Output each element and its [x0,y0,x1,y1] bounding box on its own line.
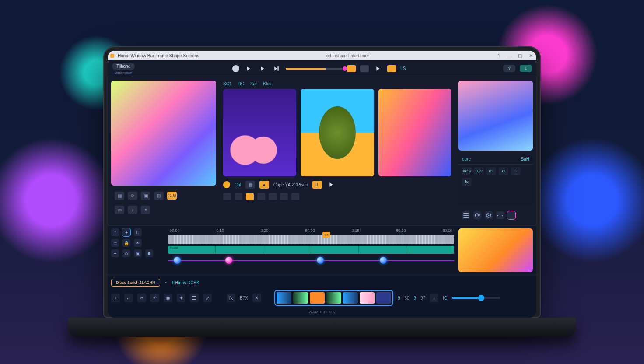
insp-btn[interactable]: fo [462,178,472,186]
timeline-preview-thumb[interactable] [458,228,533,272]
mini-tool-icon[interactable] [269,193,276,200]
mini-tool-icon[interactable] [280,193,288,200]
add-button[interactable]: + [111,294,120,302]
color-orb-icon[interactable] [223,181,230,188]
align-icon[interactable]: ☰ [190,294,199,302]
magnet-icon[interactable]: U [134,228,142,236]
sidebar-audio-icon[interactable]: ♪ [128,206,137,214]
menu-bar[interactable]: Home Window Bar Frame Shape Screens [118,53,199,58]
snap-icon[interactable]: ✦ [122,228,130,236]
playhead-marker[interactable]: I:6 [322,232,330,238]
expand-icon[interactable]: ⤢ [203,294,212,302]
accent-square-icon[interactable] [508,211,515,219]
sidebar-tile-icon[interactable]: ⊞ [154,192,164,200]
refresh-icon[interactable]: ⟳ [473,211,481,219]
keyframe-track[interactable] [168,256,454,265]
flag-icon[interactable] [387,65,396,72]
video-track[interactable]: Initial [168,246,454,254]
zoom-slider[interactable] [452,297,500,299]
keyframe[interactable] [380,257,387,264]
undo-icon[interactable]: ↶ [150,294,159,302]
media-thumb[interactable] [223,89,296,176]
sidebar-cu-chip[interactable]: CU# [167,192,177,200]
source-label[interactable]: EHinns DCBK [172,280,200,285]
media-thumb[interactable] [301,89,374,176]
trim-icon[interactable]: ⌐ [124,294,133,302]
track-lock-icon[interactable]: 🔒 [122,239,130,247]
keyframe[interactable] [225,257,232,264]
clip[interactable] [406,246,454,254]
filter-item[interactable]: Kar [250,81,257,86]
mini-tool-icon[interactable] [291,193,299,200]
filter-item[interactable]: SC1 [223,81,231,86]
track-fx-icon[interactable]: ✦ [111,249,119,257]
insp-btn[interactable]: 03 [486,167,496,175]
inspector-preview[interactable] [458,80,533,150]
tab-tilbane[interactable]: Tilbane [112,63,135,70]
track-kf-icon[interactable]: ◇ [122,249,130,257]
source-chip[interactable]: Ditrce Sorich:3LACHN [111,279,160,287]
inspector-tab[interactable]: SaH [521,157,529,161]
share-button[interactable]: ⇪ [503,65,515,72]
play-prev-button[interactable] [244,64,253,74]
sidebar-refresh-icon[interactable]: ⟳ [128,192,137,200]
slider-knob[interactable] [478,295,484,301]
clip-filmstrip[interactable] [274,290,393,306]
close-x-icon[interactable]: ✕ [252,294,261,302]
clip[interactable] [263,246,311,254]
snapshot-icon[interactable] [360,65,369,72]
mini-tool-icon[interactable] [223,193,231,200]
insp-btn[interactable]: 03C [474,167,484,175]
insp-btn[interactable]: KCS [462,167,472,175]
close-button[interactable]: ✕ [528,53,534,59]
tool-icon[interactable]: ▦ [245,181,255,189]
insp-btn[interactable]: ↺ [499,167,508,175]
track-eye-icon[interactable]: 👁 [134,239,142,247]
media-thumb[interactable] [378,89,452,176]
collapse-icon[interactable]: ˄ [111,228,119,236]
tool-badge[interactable]: IL [312,181,322,189]
timeline-tracks[interactable]: 00:00 0:10 0:20 60:00 0:15 60:10 60:10 I… [168,228,454,272]
playback-progress[interactable] [286,68,343,70]
record-icon[interactable] [232,65,239,72]
marker-chip-icon[interactable] [347,65,356,72]
keyframe[interactable] [174,257,181,264]
clip[interactable] [311,246,359,254]
tool-icon[interactable]: ● [259,181,269,189]
sidebar-media-icon[interactable]: ▭ [115,206,124,214]
time-ruler[interactable]: I:6 [168,234,454,244]
inspector-tab[interactable]: oore [462,157,471,161]
tool-play-icon[interactable] [326,180,336,189]
track-mute-icon[interactable]: ▣ [134,249,142,257]
filter-item[interactable]: Klcs [263,81,271,86]
clip[interactable]: Initial [168,246,216,254]
maximize-button[interactable]: ▢ [517,53,523,59]
play-next-button[interactable] [272,64,281,74]
fx-button[interactable]: fx [227,294,235,302]
star-icon[interactable]: ✦ [177,294,186,302]
layers-icon[interactable]: ☰ [462,211,470,219]
sidebar-grid-icon[interactable]: ▦ [115,192,124,200]
preview-play-button[interactable] [373,64,383,74]
play-button[interactable] [258,64,267,74]
insp-btn[interactable]: ⋮ [511,167,521,175]
track-rec-icon[interactable]: ⏺ [145,249,153,257]
keyframe[interactable] [317,257,324,264]
tool-cnl[interactable]: Cnl [234,182,241,187]
sidebar-preview[interactable] [111,80,216,186]
more-icon[interactable]: ⋯ [496,211,504,219]
export-button[interactable]: ⤓ [520,65,532,72]
filter-item[interactable]: DC [238,81,244,86]
settings-icon[interactable]: ⚙ [485,211,493,219]
clip[interactable] [359,246,406,254]
record-circle-icon[interactable]: ◉ [164,294,172,302]
mini-tool-icon[interactable] [234,193,242,200]
sidebar-fx-icon[interactable]: ✦ [141,206,150,214]
cut-icon[interactable]: ✂ [137,294,146,302]
mini-tool-icon[interactable] [257,193,265,200]
track-video-icon[interactable]: ▭ [111,239,119,247]
sidebar-box-icon[interactable]: ▣ [141,192,150,200]
minimize-button[interactable]: — [507,53,513,59]
clip[interactable] [216,246,263,254]
help-button[interactable]: ? [496,53,502,59]
